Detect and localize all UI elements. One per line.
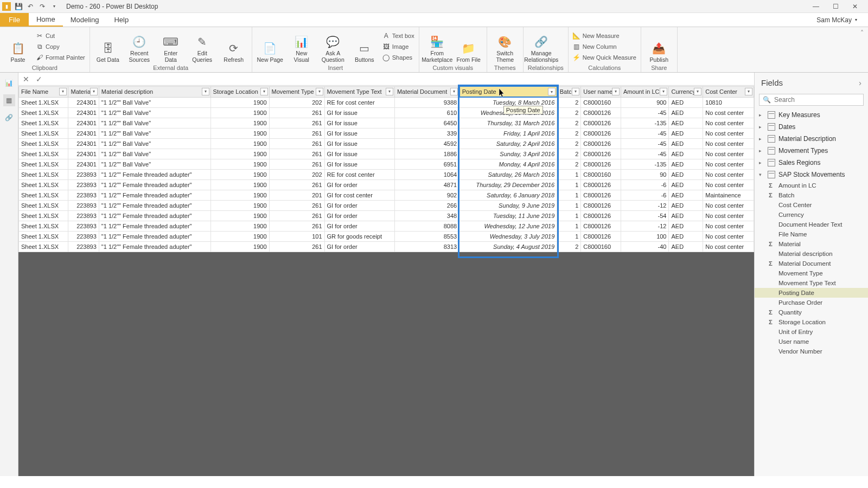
fields-table[interactable]: ▸Dates [755,121,868,133]
table-cell[interactable]: AED [669,232,703,242]
table-row[interactable]: Sheet 1.XLSX224301"1 1/2"" Ball Valve"19… [19,129,754,139]
table-row[interactable]: Sheet 1.XLSX223893"1 1/2"" Female thread… [19,242,754,252]
table-cell[interactable]: 2 [557,159,581,170]
field-item[interactable]: Movement Type [755,268,868,278]
table-cell[interactable]: C8000160 [581,170,621,180]
filter-dropdown-icon[interactable]: ▾ [660,88,667,95]
table-cell[interactable]: C8000160 [581,97,621,108]
field-item[interactable]: Currency [755,210,868,220]
table-cell[interactable]: 1 [557,180,581,190]
table-row[interactable]: Sheet 1.XLSX223893"1 1/2"" Female thread… [19,170,754,180]
table-cell[interactable]: -40 [621,242,669,252]
table-cell[interactable]: AED [669,159,703,170]
table-cell[interactable]: "1 1/2"" Ball Valve" [99,139,210,149]
table-cell[interactable]: 1900 [210,190,269,201]
table-cell[interactable]: "1 1/2"" Ball Valve" [99,159,210,170]
table-cell[interactable]: 223893 [68,221,99,232]
table-cell[interactable]: Sunday, 3 April 2016 [459,149,557,159]
table-cell[interactable]: 261 [269,108,324,118]
field-item[interactable]: Unit of Entry [755,327,868,337]
table-cell[interactable]: C8000126 [581,159,621,170]
table-cell[interactable]: GI for cost center [324,190,394,201]
table-cell[interactable]: 10810 [703,97,754,108]
filter-dropdown-icon[interactable]: ▾ [316,88,323,95]
table-cell[interactable]: C8000126 [581,221,621,232]
table-cell[interactable]: No cost center [703,108,754,118]
table-cell[interactable]: GI for order [324,221,394,232]
table-cell[interactable]: 1 [557,201,581,211]
table-cell[interactable]: No cost center [703,180,754,190]
home-tab[interactable]: Home [29,13,63,27]
table-cell[interactable]: Thursday, 31 March 2016 [459,118,557,129]
table-cell[interactable]: AED [669,211,703,221]
table-cell[interactable]: C8000126 [581,180,621,190]
table-cell[interactable]: Sheet 1.XLSX [19,201,68,211]
table-cell[interactable]: RE for cost center [324,170,394,180]
table-cell[interactable]: 2 [557,149,581,159]
table-cell[interactable]: GI for issue [324,139,394,149]
help-tab[interactable]: Help [106,13,136,27]
table-cell[interactable]: 261 [269,221,324,232]
filter-dropdown-icon[interactable]: ▾ [260,88,268,95]
field-item[interactable]: Cost Center [755,200,868,210]
paste-button[interactable]: 📋Paste [4,30,31,63]
table-cell[interactable]: AED [669,118,703,129]
table-cell[interactable]: No cost center [703,159,754,170]
table-cell[interactable]: 266 [394,201,459,211]
table-cell[interactable]: "1 1/2"" Ball Valve" [99,97,210,108]
table-cell[interactable]: 1900 [210,211,269,221]
table-cell[interactable]: Sunday, 9 June 2019 [459,201,557,211]
table-row[interactable]: Sheet 1.XLSX224301"1 1/2"" Ball Valve"19… [19,118,754,129]
table-cell[interactable]: Sheet 1.XLSX [19,108,68,118]
table-cell[interactable]: 1900 [210,108,269,118]
table-cell[interactable]: Saturday, 2 April 2016 [459,139,557,149]
table-cell[interactable]: "1 1/2"" Female threaded adupter" [99,190,210,201]
table-cell[interactable]: "1 1/2"" Ball Valve" [99,149,210,159]
column-header[interactable]: File Name▾ [19,86,68,97]
table-cell[interactable]: 2 [557,108,581,118]
table-cell[interactable]: 2 [557,242,581,252]
filter-dropdown-icon[interactable]: ▾ [694,88,701,95]
table-cell[interactable]: "1 1/2"" Female threaded adupter" [99,221,210,232]
table-cell[interactable]: 6450 [394,118,459,129]
modeling-tab[interactable]: Modeling [63,13,107,27]
filter-dropdown-icon[interactable]: ▾ [745,88,752,95]
table-cell[interactable]: "1 1/2"" Female threaded adupter" [99,242,210,252]
table-cell[interactable]: Saturday, 6 January 2018 [459,190,557,201]
column-header[interactable]: Cost Center▾ [703,86,754,97]
table-cell[interactable]: "1 1/2"" Ball Valve" [99,118,210,129]
fields-table[interactable]: ▸Movement Types [755,145,868,157]
table-cell[interactable]: Thursday, 29 December 2016 [459,180,557,190]
table-cell[interactable]: 261 [269,149,324,159]
table-cell[interactable]: -45 [621,129,669,139]
recent-sources-button[interactable]: 🕘Recent Sources [126,30,153,63]
table-cell[interactable]: 1900 [210,149,269,159]
table-cell[interactable]: 261 [269,201,324,211]
publish-button[interactable]: 📤Publish [646,30,673,63]
table-cell[interactable]: Sheet 1.XLSX [19,97,68,108]
table-cell[interactable]: 224301 [68,118,99,129]
table-cell[interactable]: Sheet 1.XLSX [19,180,68,190]
new-measure-button[interactable]: 📐New Measure [573,31,636,41]
table-cell[interactable]: 223893 [68,201,99,211]
table-cell[interactable]: Wednesday, 3 July 2019 [459,232,557,242]
table-cell[interactable]: AED [669,180,703,190]
table-cell[interactable]: 261 [269,180,324,190]
table-cell[interactable]: AED [669,97,703,108]
table-row[interactable]: Sheet 1.XLSX224301"1 1/2"" Ball Valve"19… [19,139,754,149]
table-cell[interactable]: No cost center [703,149,754,159]
close-button[interactable]: ✕ [848,3,861,10]
table-cell[interactable]: No cost center [703,221,754,232]
table-cell[interactable]: AED [669,242,703,252]
table-cell[interactable]: C8000160 [581,242,621,252]
table-cell[interactable]: -45 [621,139,669,149]
table-cell[interactable]: 224301 [68,129,99,139]
table-cell[interactable]: 1900 [210,139,269,149]
table-cell[interactable]: 902 [394,190,459,201]
table-cell[interactable]: C8000126 [581,139,621,149]
format-painter-button[interactable]: 🖌Format Painter [36,53,85,62]
table-cell[interactable]: 1900 [210,129,269,139]
undo-icon[interactable]: ↶ [26,2,35,11]
table-cell[interactable]: RE for cost center [324,97,394,108]
table-cell[interactable]: 224301 [68,159,99,170]
